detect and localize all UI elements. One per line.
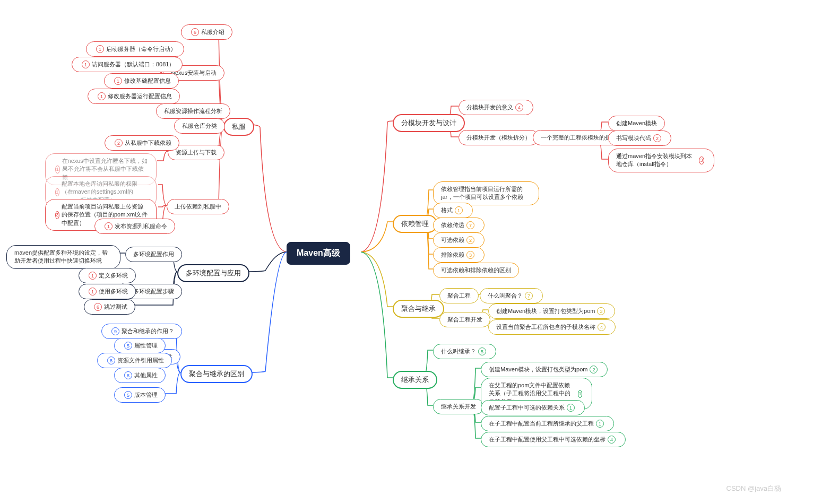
dep-trans[interactable]: 依赖传递7 — [433, 218, 485, 233]
inh-child-opt[interactable]: 配置子工程中可选的依赖关系1 — [481, 400, 585, 415]
env-desc[interactable]: maven提供配置多种环境的设定，帮助开发者使用过程中快速切换环境 — [6, 245, 120, 269]
agg-what[interactable]: 什么叫聚合？7 — [480, 288, 543, 303]
ps-upload[interactable]: 上传依赖到私服中 — [167, 199, 229, 214]
nexus-modify-run[interactable]: 1修改服务器运行配置信息 — [88, 89, 180, 104]
ps-flow[interactable]: 私服资源操作流程分析 — [156, 103, 230, 119]
modular[interactable]: 分模块开发与设计 — [393, 114, 465, 132]
env-define[interactable]: 1定义多环境 — [79, 268, 136, 283]
agg-proj[interactable]: 聚合工程 — [439, 288, 479, 303]
inh-child-parent[interactable]: 在子工程中配置当前工程所继承的父工程1 — [481, 416, 614, 431]
dep-manage[interactable]: 依赖管理 — [393, 215, 437, 233]
mod-create[interactable]: 创建Maven模块 — [608, 116, 665, 131]
attr-resource[interactable]: 8资源文件引用属性 — [97, 353, 172, 368]
ps-publish[interactable]: 1发布资源到私服命令 — [94, 219, 175, 234]
inherit[interactable]: 继承关系 — [393, 371, 437, 389]
mod-install[interactable]: 通过maven指令安装模块到本地仓库（install指令）3 — [608, 149, 714, 172]
dep-diff[interactable]: 可选依赖和排除依赖的区别 — [433, 263, 519, 278]
nexus-start[interactable]: 1启动服务器（命令行启动） — [86, 41, 184, 57]
inh-dev[interactable]: 继承关系开发 — [433, 399, 484, 414]
aggregate[interactable]: 聚合与继承 — [393, 300, 444, 318]
dep-desc[interactable]: 依赖管理指当前项目运行所需的jar，一个项目可以设置多个依赖 — [433, 181, 539, 205]
mod-dev[interactable]: 分模块开发（模块拆分） — [459, 130, 539, 145]
agg-dev[interactable]: 聚合工程开发 — [439, 312, 490, 327]
attr-other[interactable]: 8其他属性 — [114, 368, 166, 383]
root-node[interactable]: Maven高级 — [287, 242, 350, 265]
agg-set[interactable]: 设置当前聚合工程所包含的子模块名称4 — [488, 319, 616, 335]
diff-version[interactable]: 5版本管理 — [114, 387, 166, 403]
mod-meaning[interactable]: 分模块开发的意义4 — [459, 100, 533, 115]
env-purpose[interactable]: 多环境配置作用 — [125, 247, 182, 262]
nexus-access[interactable]: 1访问服务器（默认端口：8081） — [72, 57, 183, 72]
inh-child-coord[interactable]: 在子工程中配置使用父工程中可选依赖的坐标4 — [481, 432, 626, 447]
multi-env[interactable]: 多环境配置与应用 — [177, 264, 249, 282]
agg-create[interactable]: 创建Maven模块，设置打包类型为pom3 — [488, 303, 615, 319]
diff[interactable]: 聚合与继承的区别 — [180, 365, 253, 383]
nexus-modify-base[interactable]: 1修改基础配置信息 — [104, 73, 179, 89]
inh-what[interactable]: 什么叫继承？5 — [433, 344, 496, 359]
attr-manage[interactable]: 5属性管理 — [114, 338, 166, 353]
dep-excl[interactable]: 排除依赖3 — [433, 247, 485, 263]
ps-download[interactable]: 2从私服中下载依赖 — [105, 135, 179, 151]
private-server[interactable]: 私服 — [223, 118, 254, 136]
ps-category[interactable]: 私服仓库分类 — [174, 118, 225, 134]
dep-opt[interactable]: 可选依赖2 — [433, 232, 485, 248]
watermark: CSDN @java白杨 — [726, 484, 782, 493]
dep-format[interactable]: 格式1 — [433, 203, 473, 218]
mod-write[interactable]: 书写模块代码2 — [608, 131, 671, 146]
env-use[interactable]: 1使用多环境 — [79, 284, 136, 299]
env-skip[interactable]: 6跳过测试 — [84, 299, 135, 315]
inh-create[interactable]: 创建Maven模块，设置打包类型为pom2 — [481, 362, 608, 377]
ps-intro[interactable]: 6私服介绍 — [181, 24, 232, 40]
diff-purpose[interactable]: 9聚合和继承的作用？ — [101, 324, 182, 339]
